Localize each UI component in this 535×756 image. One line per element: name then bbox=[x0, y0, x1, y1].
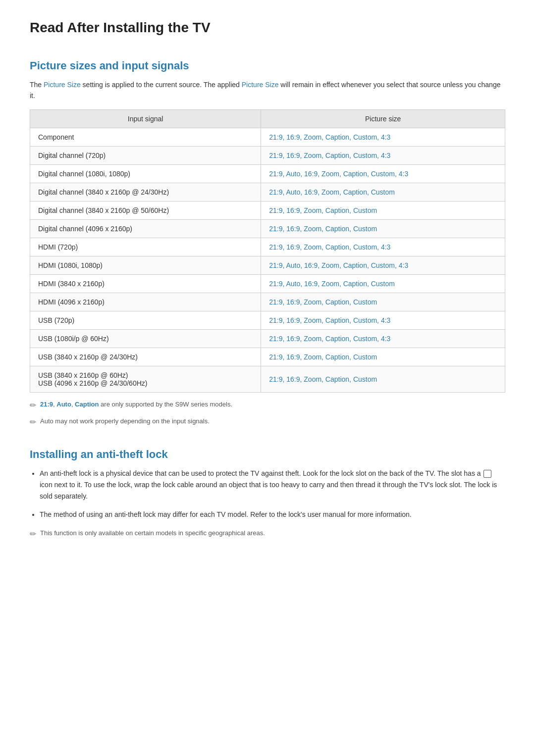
note2: ✏ Auto may not work properly depending o… bbox=[30, 416, 505, 428]
signal-cell: Digital channel (4096 x 2160p) bbox=[30, 219, 261, 238]
bullet-item-2: The method of using an anti-theft lock m… bbox=[40, 509, 505, 520]
signal-cell: Digital channel (3840 x 2160p @ 24/30Hz) bbox=[30, 183, 261, 201]
signal-table: Input signal Picture size Component21:9,… bbox=[30, 109, 505, 393]
table-row: Digital channel (3840 x 2160p @ 24/30Hz)… bbox=[30, 183, 505, 201]
signal-cell: HDMI (1080i, 1080p) bbox=[30, 256, 261, 274]
section2-heading: Installing an anti-theft lock bbox=[30, 448, 505, 461]
note1: ✏ 21:9, Auto, Caption are only supported… bbox=[30, 400, 505, 411]
picture-size-cell: 21:9, 16:9, Zoom, Caption, Custom, 4:3 bbox=[261, 311, 505, 329]
note2-icon: ✏ bbox=[30, 416, 36, 428]
signal-cell: HDMI (4096 x 2160p) bbox=[30, 293, 261, 311]
note1-highlight: 21:9 bbox=[40, 401, 53, 408]
picture-size-cell: 21:9, 16:9, Zoom, Caption, Custom, 4:3 bbox=[261, 329, 505, 348]
table-col1-header: Input signal bbox=[30, 109, 261, 128]
table-row: USB (1080i/p @ 60Hz)21:9, 16:9, Zoom, Ca… bbox=[30, 329, 505, 348]
signal-cell: HDMI (720p) bbox=[30, 238, 261, 256]
signal-cell: HDMI (3840 x 2160p) bbox=[30, 274, 261, 293]
signal-cell: Component bbox=[30, 128, 261, 146]
section2-note: ✏ This function is only available on cer… bbox=[30, 528, 505, 540]
table-row: Component21:9, 16:9, Zoom, Caption, Cust… bbox=[30, 128, 505, 146]
bullet-item-1: An anti-theft lock is a physical device … bbox=[40, 468, 505, 502]
picture-size-cell: 21:9, Auto, 16:9, Zoom, Caption, Custom bbox=[261, 274, 505, 293]
table-row: USB (3840 x 2160p @ 24/30Hz)21:9, 16:9, … bbox=[30, 348, 505, 366]
note1-icon: ✏ bbox=[30, 400, 36, 411]
lock-icon bbox=[483, 470, 491, 478]
section1-heading: Picture sizes and input signals bbox=[30, 59, 505, 72]
table-row: Digital channel (720p)21:9, 16:9, Zoom, … bbox=[30, 146, 505, 164]
table-row: USB (720p)21:9, 16:9, Zoom, Caption, Cus… bbox=[30, 311, 505, 329]
table-row: HDMI (3840 x 2160p)21:9, Auto, 16:9, Zoo… bbox=[30, 274, 505, 293]
signal-cell: USB (720p) bbox=[30, 311, 261, 329]
note1-text: 21:9, Auto, Caption are only supported b… bbox=[40, 400, 232, 409]
table-row: Digital channel (1080i, 1080p)21:9, Auto… bbox=[30, 164, 505, 183]
bullet-list: An anti-theft lock is a physical device … bbox=[30, 468, 505, 520]
signal-cell: Digital channel (720p) bbox=[30, 146, 261, 164]
table-row: Digital channel (4096 x 2160p)21:9, 16:9… bbox=[30, 219, 505, 238]
picture-size-cell: 21:9, Auto, 16:9, Zoom, Caption, Custom bbox=[261, 183, 505, 201]
picture-size-cell: 21:9, Auto, 16:9, Zoom, Caption, Custom,… bbox=[261, 164, 505, 183]
picture-size-link1: Picture Size bbox=[44, 81, 81, 89]
page-title: Read After Installing the TV bbox=[30, 20, 505, 40]
table-row: HDMI (1080i, 1080p)21:9, Auto, 16:9, Zoo… bbox=[30, 256, 505, 274]
note1-highlight2: Auto bbox=[56, 401, 71, 408]
picture-size-link2: Picture Size bbox=[242, 81, 279, 89]
table-col2-header: Picture size bbox=[261, 109, 505, 128]
signal-cell: USB (1080i/p @ 60Hz) bbox=[30, 329, 261, 348]
note2-text: Auto may not work properly depending on … bbox=[40, 416, 210, 426]
table-row: Digital channel (3840 x 2160p @ 50/60Hz)… bbox=[30, 201, 505, 219]
picture-size-cell: 21:9, 16:9, Zoom, Caption, Custom bbox=[261, 366, 505, 392]
signal-cell: USB (3840 x 2160p @ 24/30Hz) bbox=[30, 348, 261, 366]
picture-size-cell: 21:9, Auto, 16:9, Zoom, Caption, Custom,… bbox=[261, 256, 505, 274]
picture-size-cell: 21:9, 16:9, Zoom, Caption, Custom bbox=[261, 348, 505, 366]
signal-cell: Digital channel (1080i, 1080p) bbox=[30, 164, 261, 183]
note1-highlight3: Caption bbox=[75, 401, 99, 408]
picture-size-cell: 21:9, 16:9, Zoom, Caption, Custom, 4:3 bbox=[261, 146, 505, 164]
section-antitheft: Installing an anti-theft lock An anti-th… bbox=[30, 448, 505, 540]
signal-cell: Digital channel (3840 x 2160p @ 50/60Hz) bbox=[30, 201, 261, 219]
picture-size-cell: 21:9, 16:9, Zoom, Caption, Custom, 4:3 bbox=[261, 238, 505, 256]
table-row: USB (3840 x 2160p @ 60Hz)USB (4096 x 216… bbox=[30, 366, 505, 392]
table-row: HDMI (720p)21:9, 16:9, Zoom, Caption, Cu… bbox=[30, 238, 505, 256]
signal-cell: USB (3840 x 2160p @ 60Hz)USB (4096 x 216… bbox=[30, 366, 261, 392]
section1-intro: The Picture Size setting is applied to t… bbox=[30, 79, 505, 101]
table-row: HDMI (4096 x 2160p)21:9, 16:9, Zoom, Cap… bbox=[30, 293, 505, 311]
section2-note-text: This function is only available on certa… bbox=[40, 528, 265, 538]
picture-size-cell: 21:9, 16:9, Zoom, Caption, Custom, 4:3 bbox=[261, 128, 505, 146]
picture-size-cell: 21:9, 16:9, Zoom, Caption, Custom bbox=[261, 219, 505, 238]
section-picture-sizes: Picture sizes and input signals The Pict… bbox=[30, 59, 505, 428]
picture-size-cell: 21:9, 16:9, Zoom, Caption, Custom bbox=[261, 293, 505, 311]
picture-size-cell: 21:9, 16:9, Zoom, Caption, Custom bbox=[261, 201, 505, 219]
section2-note-icon: ✏ bbox=[30, 528, 36, 540]
